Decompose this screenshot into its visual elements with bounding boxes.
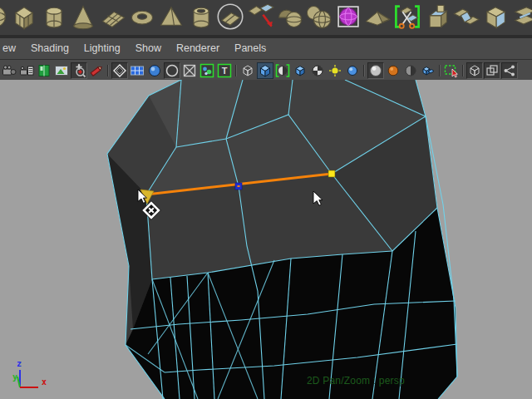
duplicate-face-icon[interactable] — [510, 2, 532, 32]
pan-zoom-icon[interactable] — [71, 62, 87, 79]
shaded-cube-icon[interactable] — [257, 62, 273, 79]
panel-menu-bar: ewShadingLightingShowRendererPanels — [0, 38, 532, 59]
multi-cut-icon[interactable] — [393, 2, 421, 32]
poly-pyramid-icon[interactable] — [157, 2, 185, 32]
panel-toolbar: T — [0, 59, 532, 81]
poly-cone-icon[interactable] — [69, 2, 97, 32]
poly-pipe-icon[interactable] — [187, 2, 215, 32]
menu-item-lighting[interactable]: Lighting — [82, 38, 122, 59]
share-view-icon[interactable] — [501, 62, 518, 79]
separate-faces-icon[interactable] — [246, 2, 274, 32]
axis-gizmo: z y x — [7, 357, 65, 396]
smooth-faces-icon[interactable] — [216, 2, 244, 32]
extrude-icon[interactable] — [422, 2, 451, 32]
bookmark-icon[interactable] — [36, 62, 52, 79]
reduce-icon[interactable] — [363, 2, 392, 32]
grease-pencil-icon[interactable] — [88, 62, 105, 79]
z-axis-label: z — [17, 359, 22, 368]
wireframe-on-shaded-icon[interactable] — [164, 62, 180, 79]
duplicate-view-icon[interactable] — [484, 62, 500, 79]
toolbar-separator — [361, 63, 367, 78]
text-display-icon[interactable]: T — [216, 62, 233, 79]
wireframe-icon[interactable] — [111, 62, 128, 79]
textured-icon[interactable] — [199, 62, 215, 79]
half-sphere-icon[interactable] — [402, 62, 419, 79]
poly-cube-icon[interactable] — [10, 2, 38, 32]
default-material-icon[interactable] — [239, 62, 256, 79]
scene-cube-icon[interactable] — [466, 62, 483, 79]
poly-plane-icon[interactable] — [99, 2, 127, 32]
menu-item-show[interactable]: Show — [134, 38, 163, 59]
combine-spheres-icon[interactable] — [304, 2, 332, 32]
film-gate-icon[interactable] — [129, 62, 145, 79]
toolbar-separator — [460, 63, 466, 78]
menu-item-shading[interactable]: Shading — [29, 38, 71, 59]
toolbar-separator — [105, 63, 111, 78]
smooth-preview-icon[interactable] — [334, 2, 362, 32]
maya-window: ewShadingLightingShowRendererPanels T — [0, 0, 532, 399]
camera-icon[interactable] — [1, 62, 17, 79]
camera-label: 2D Pan/Zoom : persp — [307, 375, 405, 387]
toolbar-separator — [233, 63, 239, 78]
polygon-mesh[interactable] — [107, 80, 457, 399]
blue-cube-icon[interactable] — [292, 62, 308, 79]
use-all-lights-icon[interactable] — [327, 62, 343, 79]
isolate-select-icon[interactable] — [443, 62, 460, 79]
camera-attributes-icon[interactable] — [18, 62, 35, 79]
checker-material-icon[interactable] — [274, 62, 291, 79]
multi-cube-icon[interactable] — [420, 62, 436, 79]
no-texture-icon[interactable] — [181, 62, 198, 79]
smooth-shade-icon[interactable] — [146, 62, 163, 79]
menu-item-ew[interactable]: ew — [1, 38, 17, 59]
poly-sphere-icon[interactable] — [0, 2, 9, 32]
poly-torus-icon[interactable] — [128, 2, 156, 32]
shadows-icon[interactable] — [344, 62, 361, 79]
boolean-union-icon[interactable] — [275, 2, 303, 32]
mesh-canvas[interactable] — [0, 80, 532, 399]
occlusion-sphere-icon[interactable] — [367, 62, 384, 79]
motion-blur-icon[interactable] — [385, 62, 401, 79]
x-axis-label: x — [42, 377, 47, 387]
bridge-icon[interactable] — [451, 2, 480, 32]
image-plane-icon[interactable] — [53, 62, 70, 79]
edge-midpoint-tick — [238, 185, 240, 187]
perspective-viewport[interactable]: 2D Pan/Zoom : persp z y x — [0, 80, 532, 399]
poly-cylinder-icon[interactable] — [40, 2, 68, 32]
selected-vertex-right[interactable] — [328, 170, 335, 177]
menu-item-panels[interactable]: Panels — [233, 38, 268, 59]
toolbar-separator — [436, 63, 442, 78]
bevel-icon[interactable] — [481, 2, 510, 32]
menu-item-renderer[interactable]: Renderer — [175, 38, 221, 59]
polygon-shelf — [0, 0, 532, 38]
svg-text:T: T — [221, 66, 227, 76]
y-axis-label: y — [12, 372, 17, 382]
checker-sphere-icon[interactable] — [309, 62, 326, 79]
